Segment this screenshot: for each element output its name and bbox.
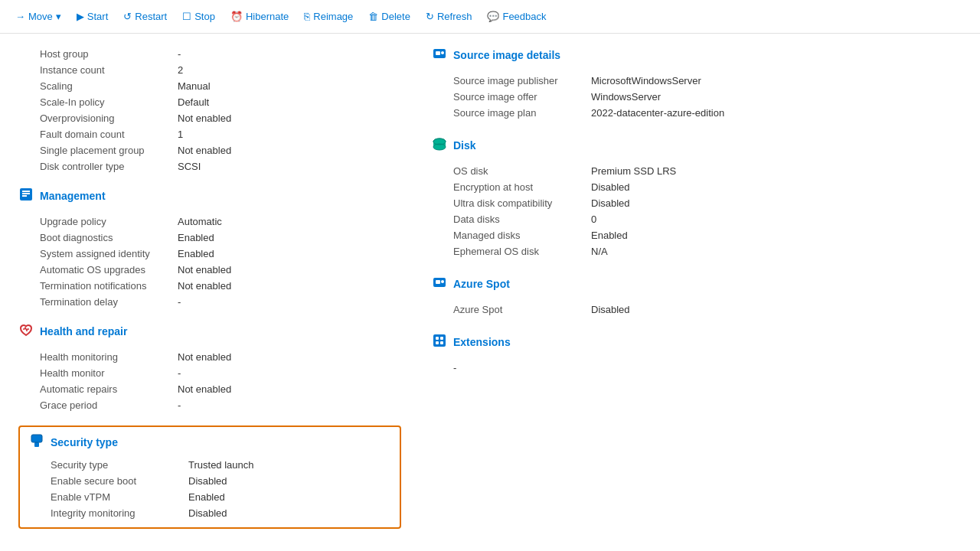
svg-rect-4: [31, 435, 42, 442]
table-row: Single placement groupNot enabled: [18, 142, 401, 158]
svg-rect-18: [436, 337, 439, 340]
table-row: Azure SpotDisabled: [432, 302, 962, 318]
prop-label: Instance count: [40, 64, 178, 76]
prop-label: Enable secure boot: [51, 475, 188, 487]
table-row: Security typeTrusted launch: [29, 457, 390, 473]
disk-icon: [432, 136, 447, 154]
refresh-icon: ↻: [426, 11, 434, 22]
prop-value: SCSI: [178, 161, 201, 172]
prop-value: Automatic: [178, 216, 222, 227]
prop-label: Enable vTPM: [51, 491, 188, 503]
management-icon: [18, 187, 34, 204]
azure-spot-section-header: Azure Spot: [432, 275, 962, 292]
prop-value: MicrosoftWindowsServer: [591, 75, 701, 86]
extensions-value: -: [453, 362, 456, 373]
table-row: Ultra disk compatibilityDisabled: [432, 195, 962, 211]
start-label: Start: [87, 11, 108, 22]
stop-button[interactable]: ☐ Stop: [176, 8, 221, 25]
prop-value: Premium SSD LRS: [591, 165, 676, 177]
table-row: ScalingManual: [18, 78, 401, 94]
management-props: Upgrade policyAutomaticBoot diagnosticsE…: [18, 214, 401, 310]
prop-label: Source image offer: [453, 91, 591, 103]
table-row: Instance count2: [18, 62, 401, 78]
general-props: Host group-Instance count2ScalingManualS…: [18, 46, 401, 174]
source-image-props: Source image publisherMicrosoftWindowsSe…: [432, 73, 962, 121]
azure-spot-props: Azure SpotDisabled: [432, 302, 962, 318]
prop-label: Termination delay: [40, 296, 178, 308]
extensions-section-header: Extensions: [432, 333, 962, 350]
security-type-section: Security type Security typeTrusted launc…: [18, 425, 401, 529]
extensions-icon: [432, 333, 447, 350]
security-section-header: Security type: [29, 433, 390, 451]
prop-value: Enabled: [188, 491, 225, 503]
prop-value: Enabled: [591, 230, 628, 241]
prop-value: Manual: [178, 80, 211, 92]
prop-value: Not enabled: [178, 145, 231, 156]
start-icon: ▶: [77, 11, 84, 22]
table-row: Enable secure bootDisabled: [29, 473, 390, 489]
prop-label: Integrity monitoring: [51, 507, 188, 519]
feedback-button[interactable]: 💬 Feedback: [481, 8, 552, 25]
prop-value: 0: [591, 214, 596, 225]
prop-label: Health monitor: [40, 367, 178, 379]
main-content: Host group-Instance count2ScalingManualS…: [0, 34, 980, 551]
prop-label: Automatic repairs: [40, 383, 178, 395]
hibernate-button[interactable]: ⏰ Hibernate: [224, 8, 295, 25]
prop-value: Enabled: [178, 232, 214, 243]
restart-button[interactable]: ↺ Restart: [117, 8, 173, 25]
restart-label: Restart: [135, 11, 167, 22]
prop-value: N/A: [591, 246, 608, 257]
prop-label: Source image publisher: [453, 75, 591, 86]
source-image-icon: [432, 46, 447, 64]
svg-rect-3: [22, 195, 27, 197]
stop-label: Stop: [194, 11, 215, 22]
svg-rect-21: [440, 341, 443, 344]
refresh-label: Refresh: [437, 11, 472, 22]
table-row: Integrity monitoringDisabled: [29, 505, 390, 521]
refresh-button[interactable]: ↻ Refresh: [420, 8, 479, 25]
svg-rect-1: [22, 193, 30, 194]
table-row: Managed disksEnabled: [432, 227, 962, 243]
hibernate-label: Hibernate: [246, 11, 289, 22]
table-row: OS diskPremium SSD LRS: [432, 163, 962, 179]
azure-spot-icon: [432, 275, 447, 292]
move-button[interactable]: → Move ▾: [9, 8, 67, 25]
prop-label: Fault domain count: [40, 129, 178, 140]
prop-value: Not enabled: [178, 280, 231, 292]
table-row: Automatic OS upgradesNot enabled: [18, 262, 401, 278]
delete-label: Delete: [381, 11, 410, 22]
security-props: Security typeTrusted launchEnable secure…: [29, 457, 390, 521]
svg-rect-2: [22, 191, 30, 192]
prop-value: 1: [178, 129, 183, 140]
delete-button[interactable]: 🗑 Delete: [362, 8, 416, 25]
prop-label: Grace period: [40, 399, 178, 411]
feedback-label: Feedback: [502, 11, 546, 22]
prop-label: Disk controller type: [40, 161, 178, 172]
toolbar: → Move ▾ ▶ Start ↺ Restart ☐ Stop ⏰ Hibe…: [0, 0, 980, 34]
stop-icon: ☐: [182, 11, 191, 22]
table-row: Encryption at hostDisabled: [432, 179, 962, 195]
svg-rect-19: [440, 337, 443, 340]
table-row: OverprovisioningNot enabled: [18, 110, 401, 126]
svg-rect-8: [436, 51, 440, 55]
table-row: Scale-In policyDefault: [18, 94, 401, 110]
table-row: Disk controller typeSCSI: [18, 158, 401, 174]
restart-icon: ↺: [123, 11, 132, 22]
prop-value: Default: [178, 96, 209, 108]
prop-label: OS disk: [453, 165, 591, 177]
table-row: Source image plan2022-datacenter-azure-e…: [432, 105, 962, 121]
reimage-label: Reimage: [313, 11, 353, 22]
table-row: Data disks0: [432, 211, 962, 227]
prop-label: Security type: [51, 459, 188, 471]
table-row: Upgrade policyAutomatic: [18, 214, 401, 230]
prop-label: Host group: [40, 48, 178, 60]
health-title: Health and repair: [40, 325, 127, 337]
source-image-title: Source image details: [453, 49, 560, 61]
left-panel: Host group-Instance count2ScalingManualS…: [18, 46, 401, 539]
prop-label: Scale-In policy: [40, 96, 178, 108]
reimage-button[interactable]: ⎘ Reimage: [298, 8, 359, 25]
svg-rect-20: [436, 341, 439, 344]
table-row: System assigned identityEnabled: [18, 246, 401, 262]
prop-value: Not enabled: [178, 351, 231, 363]
start-button[interactable]: ▶ Start: [70, 8, 114, 25]
